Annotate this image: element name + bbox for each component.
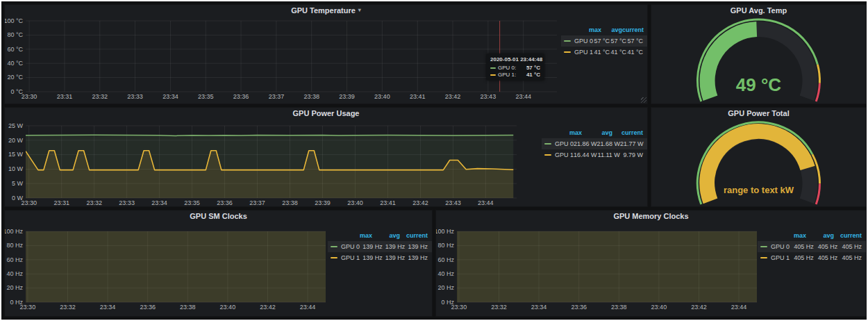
legend-series-name: GPU 0 bbox=[331, 243, 360, 250]
svg-text:23:42: 23:42 bbox=[412, 199, 428, 206]
series-dash-icon bbox=[331, 246, 337, 247]
panel-resize-handle[interactable] bbox=[641, 97, 646, 103]
legend-row[interactable]: GPU 116.44 W11.11 W9.79 W bbox=[542, 149, 647, 160]
svg-text:23:43: 23:43 bbox=[481, 93, 496, 100]
svg-text:23:34: 23:34 bbox=[151, 199, 167, 206]
legend-value: 405 Hz bbox=[814, 243, 838, 250]
legend-value: 16.44 W bbox=[574, 151, 597, 158]
svg-text:80 Hz: 80 Hz bbox=[6, 242, 23, 249]
legend-value: 11.11 W bbox=[597, 151, 620, 158]
legend-value: 57 °C bbox=[610, 38, 626, 44]
svg-text:23:42: 23:42 bbox=[691, 304, 707, 311]
power-usage-chart-plot[interactable]: 0 W5 W10 W15 W20 W25 W23:3023:3123:3223:… bbox=[5, 119, 542, 206]
series-dash-icon bbox=[760, 257, 767, 258]
svg-text:60 Hz: 60 Hz bbox=[437, 256, 454, 263]
tooltip-row: GPU 0: 57 °C bbox=[490, 65, 540, 71]
legend-series-name: GPU 1 bbox=[544, 151, 574, 158]
panel-title-gpu-memory-clocks[interactable]: GPU Memory Clocks bbox=[436, 211, 866, 222]
legend-row[interactable]: GPU 057 °C57 °C57 °C bbox=[561, 35, 647, 47]
svg-text:23:33: 23:33 bbox=[127, 93, 143, 100]
tooltip-series-value: 41 °C bbox=[522, 72, 540, 78]
legend-value: 21.68 W bbox=[597, 140, 621, 147]
legend-value: 21.77 W bbox=[620, 140, 644, 147]
legend-table: maxavgcurrentGPU 0139 Hz139 Hz139 HzGPU … bbox=[328, 222, 432, 316]
legend-value: 405 Hz bbox=[790, 254, 814, 261]
svg-text:23:36: 23:36 bbox=[217, 199, 233, 206]
svg-text:23:38: 23:38 bbox=[303, 93, 319, 100]
svg-text:23:34: 23:34 bbox=[531, 304, 547, 311]
legend-value: 139 Hz bbox=[383, 243, 406, 250]
panel-gpu-memory-clocks: GPU Memory Clocks 0 Hz20 Hz40 Hz60 Hz80 … bbox=[435, 210, 867, 317]
panel-title-gpu-power-usage[interactable]: GPU Power Usage bbox=[5, 108, 647, 119]
legend-value: 9.79 W bbox=[620, 151, 643, 158]
svg-text:23:38: 23:38 bbox=[282, 199, 298, 206]
legend-row[interactable]: GPU 1405 Hz405 Hz405 Hz bbox=[758, 252, 866, 263]
legend-row[interactable]: GPU 1139 Hz139 Hz139 Hz bbox=[328, 252, 432, 263]
svg-text:23:42: 23:42 bbox=[260, 304, 276, 311]
svg-text:40 Hz: 40 Hz bbox=[437, 270, 454, 277]
legend-value: 41 °C bbox=[610, 49, 626, 56]
legend-row[interactable]: GPU 0405 Hz405 Hz405 Hz bbox=[758, 241, 866, 252]
series-dash-icon bbox=[760, 246, 767, 247]
series-dash-icon bbox=[490, 67, 496, 69]
panel-title-gpu-sm-clocks[interactable]: GPU SM Clocks bbox=[5, 211, 432, 222]
svg-text:100 Hz: 100 Hz bbox=[436, 228, 454, 235]
svg-text:23:41: 23:41 bbox=[380, 199, 396, 206]
panel-title-text: GPU Power Usage bbox=[293, 109, 360, 117]
panel-title-text: GPU Power Total bbox=[728, 109, 789, 117]
svg-text:15 W: 15 W bbox=[8, 151, 24, 158]
tooltip-timestamp: 2020-05-01 23:44:48 bbox=[490, 56, 540, 63]
svg-text:23:34: 23:34 bbox=[162, 93, 178, 100]
svg-text:23:44: 23:44 bbox=[731, 304, 747, 311]
panel-title-gpu-power-total[interactable]: GPU Power Total bbox=[651, 108, 866, 119]
svg-text:23:44: 23:44 bbox=[515, 93, 531, 100]
svg-text:80 Hz: 80 Hz bbox=[437, 242, 454, 249]
panel-gpu-avg-temp: GPU Avg. Temp 49 °C bbox=[651, 4, 867, 104]
legend-value: 139 Hz bbox=[405, 243, 428, 250]
svg-text:23:40: 23:40 bbox=[220, 304, 236, 311]
tooltip-series-name: GPU 0: bbox=[498, 65, 516, 71]
panel-title-text: GPU Avg. Temp bbox=[731, 6, 787, 15]
svg-text:10 W: 10 W bbox=[8, 165, 24, 172]
series-dash-icon bbox=[490, 74, 496, 76]
legend-series-name: GPU 1 bbox=[760, 254, 790, 261]
legend-value: 405 Hz bbox=[790, 243, 814, 250]
svg-text:23:38: 23:38 bbox=[611, 304, 627, 311]
sm-clocks-chart-plot[interactable]: 0 Hz20 Hz40 Hz60 Hz80 Hz100 Hz23:3023:32… bbox=[5, 222, 328, 316]
legend-row[interactable]: GPU 0139 Hz139 Hz139 Hz bbox=[328, 241, 432, 252]
series-dash-icon bbox=[331, 257, 337, 258]
svg-text:23:32: 23:32 bbox=[92, 93, 108, 100]
svg-text:23:36: 23:36 bbox=[140, 304, 156, 311]
svg-text:23:33: 23:33 bbox=[119, 199, 135, 206]
svg-text:20 Hz: 20 Hz bbox=[6, 284, 23, 291]
svg-text:100 Hz: 100 Hz bbox=[5, 228, 23, 235]
legend-value: 41 °C bbox=[626, 49, 643, 56]
tooltip-series-name: GPU 1: bbox=[498, 72, 516, 78]
svg-text:23:36: 23:36 bbox=[233, 93, 249, 100]
temperature-chart-plot[interactable]: 2020-05-01 23:44:48 GPU 0: 57 °C GPU 1: … bbox=[5, 16, 561, 104]
legend-row[interactable]: GPU 141 °C41 °C41 °C bbox=[561, 47, 647, 58]
legend-header: maxavgcurrent bbox=[758, 230, 866, 241]
svg-text:23:37: 23:37 bbox=[249, 199, 265, 206]
series-dash-icon bbox=[564, 51, 571, 53]
gauge-value: range to text kW bbox=[724, 185, 794, 195]
svg-text:23:40: 23:40 bbox=[374, 93, 390, 100]
panel-title-gpu-temperature[interactable]: GPU Temperature ▾ bbox=[5, 5, 647, 16]
panel-title-gpu-avg-temp[interactable]: GPU Avg. Temp bbox=[651, 5, 866, 16]
svg-text:20 W: 20 W bbox=[8, 137, 24, 144]
chevron-down-icon: ▾ bbox=[358, 8, 361, 13]
svg-text:20 Hz: 20 Hz bbox=[437, 284, 454, 291]
legend-table: maxavgcurrentGPU 057 °C57 °C57 °CGPU 141… bbox=[561, 16, 647, 104]
legend-row[interactable]: GPU 021.86 W21.68 W21.77 W bbox=[542, 138, 647, 149]
avg-temp-gauge: 49 °C bbox=[651, 16, 866, 104]
svg-text:23:31: 23:31 bbox=[57, 93, 73, 100]
memory-clocks-chart-plot[interactable]: 0 Hz20 Hz40 Hz60 Hz80 Hz100 Hz23:3023:32… bbox=[436, 222, 758, 316]
panel-title-text: GPU SM Clocks bbox=[190, 212, 247, 220]
svg-text:100 °C: 100 °C bbox=[5, 17, 23, 24]
svg-text:80 °C: 80 °C bbox=[7, 31, 23, 38]
legend-series-name: GPU 1 bbox=[331, 254, 360, 261]
svg-text:40 Hz: 40 Hz bbox=[6, 270, 23, 277]
legend-header: maxavgcurrent bbox=[542, 127, 647, 138]
legend-value: 41 °C bbox=[593, 49, 610, 56]
legend-series-name: GPU 1 bbox=[564, 49, 593, 56]
